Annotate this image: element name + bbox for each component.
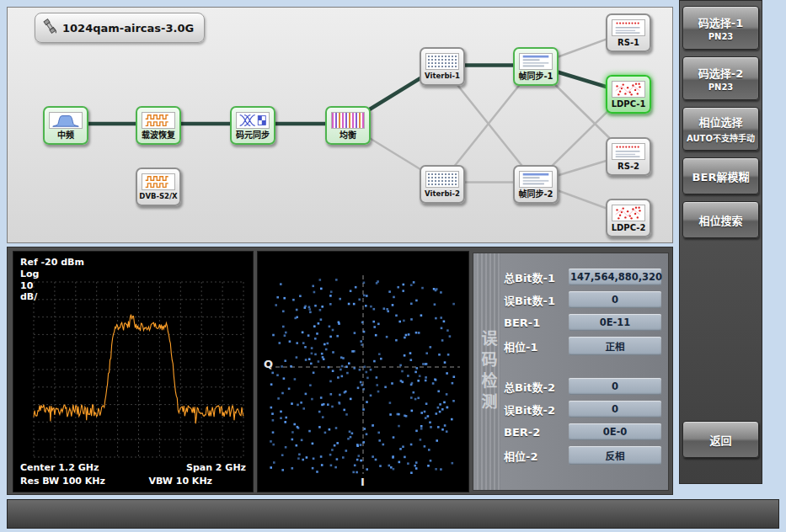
ber-row-error-bits-1: 误Bit数-1 0 [504,291,661,308]
constellation-dots [258,252,469,492]
eye-diagram-icon [236,112,270,129]
row-value: 0 [569,291,661,308]
row-value: 反相 [569,446,661,465]
row-label: 总Bit数-2 [504,379,555,395]
node-label: RS-1 [618,39,639,47]
button-title: 相位选择 [698,114,742,130]
trellis-dots-icon [425,171,459,188]
spectrum-ref-settings: Ref -20 dBm Log 10 dB/ [20,257,84,303]
node-if[interactable]: 中频 [43,106,88,145]
ref-level-label: Ref -20 dBm [20,257,84,269]
ber-row-total-bits-2: 总Bit数-2 0 [504,378,661,395]
phase-select-button[interactable]: 相位选择 AUTO不支持手动 [682,107,759,151]
row-label: 误Bit数-2 [504,402,555,418]
span-label: Span 2 GHz [186,462,246,473]
node-frame-sync-2[interactable]: 帧同步-2 [513,165,559,204]
node-label: 中频 [57,131,74,140]
back-button[interactable]: 返回 [682,421,759,458]
ber-row-ber-2: BER-2 0E-0 [504,423,661,440]
trellis-dots-icon [425,53,459,70]
button-title: 码选择-2 [698,65,743,81]
row-value: 147,564,880,320 [569,269,661,285]
button-title: 相位搜索 [698,212,742,228]
ber-row-phase-2: 相位-2 反相 [504,446,661,465]
node-rs-2[interactable]: RS-2 [606,137,651,176]
spectrum-analyzer-display: Ref -20 dBm Log 10 dB/ Center 1.2 GHz Sp… [13,251,254,492]
row-label: BER-2 [504,426,540,439]
ber-disambiguation-button[interactable]: BER解模糊 [682,157,759,194]
code-select-1-button[interactable]: 码选择-1 PN23 [682,6,759,50]
node-label: 均衡 [340,131,356,140]
if-spectrum-icon [49,112,83,129]
node-label: LDPC-1 [612,100,646,109]
node-label: LDPC-2 [612,224,646,232]
node-label: Viterbi-1 [425,72,460,80]
ldpc-decoder-icon [612,81,645,98]
frame-sync-icon [519,53,553,70]
ber-side-label: 误码检测 [477,253,500,490]
i-axis-label: I [361,476,365,488]
rbw-label: Res BW 100 KHz [20,476,105,487]
node-label: RS-2 [618,162,639,171]
phase-search-button[interactable]: 相位搜索 [682,201,759,238]
node-frame-sync-1[interactable]: 帧同步-1 [513,47,559,86]
node-label: Viterbi-2 [425,190,460,198]
node-viterbi-2[interactable]: Viterbi-2 [420,165,465,204]
row-value: 0E-11 [569,314,661,331]
node-carrier-recovery[interactable]: 载波恢复 [136,106,181,145]
node-label: DVB-S2/X [139,193,177,200]
vbw-label: VBW 10 KHz [148,476,212,487]
ber-row-error-bits-2: 误Bit数-2 0 [504,401,661,418]
node-equalizer[interactable]: 均衡 [325,106,371,145]
row-label: BER-1 [504,317,540,329]
button-subtitle: PN23 [708,32,734,41]
row-label: 相位-1 [504,338,537,354]
monitor-area: Ref -20 dBm Log 10 dB/ Center 1.2 GHz Sp… [7,247,673,495]
center-freq-label: Center 1.2 GHz [20,462,99,473]
row-value: 正相 [569,337,661,355]
node-ldpc-1[interactable]: LDPC-1 [606,75,651,114]
ber-row-total-bits-1: 总Bit数-1 147,564,880,320 [504,269,661,285]
row-label: 总Bit数-1 [504,269,555,285]
node-ldpc-2[interactable]: LDPC-2 [606,199,651,237]
button-subtitle: PN23 [708,82,734,92]
right-sidebar: 码选择-1 PN23 码选择-2 PN23 相位选择 AUTO不支持手动 BER… [679,0,762,484]
rs-decoder-icon [612,19,645,36]
bottom-status-bar [7,499,779,529]
equalizer-stripes-icon [331,112,365,129]
row-value: 0 [569,401,661,418]
button-title: 码选择-1 [698,14,743,30]
row-label: 相位-2 [504,448,537,464]
button-title: 返回 [709,432,731,448]
row-label: 误Bit数-1 [504,292,555,308]
node-label: 载波恢复 [142,131,175,140]
constellation-display: Q I [257,251,469,492]
button-title: BER解模糊 [692,168,750,184]
node-rs-1[interactable]: RS-1 [606,13,651,52]
signal-flow-panel: 1024qam-aircas-3.0G 中频 载波恢复 [7,7,673,243]
rs-decoder-icon [612,143,645,160]
node-label: 帧同步-2 [518,190,553,199]
ber-row-ber-1: BER-1 0E-11 [504,314,661,331]
log-scale-unit: dB/ [20,291,84,303]
node-label: 码元同步 [236,131,270,140]
ber-statistics-panel: 误码检测 总Bit数-1 147,564,880,320 误Bit数-1 0 B… [473,253,669,491]
log-scale-value: 10 [20,280,84,292]
ldpc-decoder-icon [612,205,645,221]
satellite-icon [40,17,59,39]
button-subtitle: AUTO不支持手动 [687,131,755,144]
log-scale-label: Log [20,269,84,280]
code-select-2-button[interactable]: 码选择-2 PN23 [682,56,759,100]
frame-sync-icon [519,171,553,188]
node-symbol-sync[interactable]: 码元同步 [230,106,275,145]
signal-title-chip[interactable]: 1024qam-aircas-3.0G [35,13,205,43]
sidebar-spacer [682,245,759,414]
square-wave-icon [142,112,175,129]
row-value: 0 [569,378,661,395]
node-dvbs2x[interactable]: DVB-S2/X [136,168,181,206]
q-axis-label: Q [264,358,273,370]
row-value: 0E-0 [569,423,661,440]
node-viterbi-1[interactable]: Viterbi-1 [420,47,465,86]
node-label: 帧同步-1 [518,72,553,81]
square-wave-icon [142,173,175,190]
